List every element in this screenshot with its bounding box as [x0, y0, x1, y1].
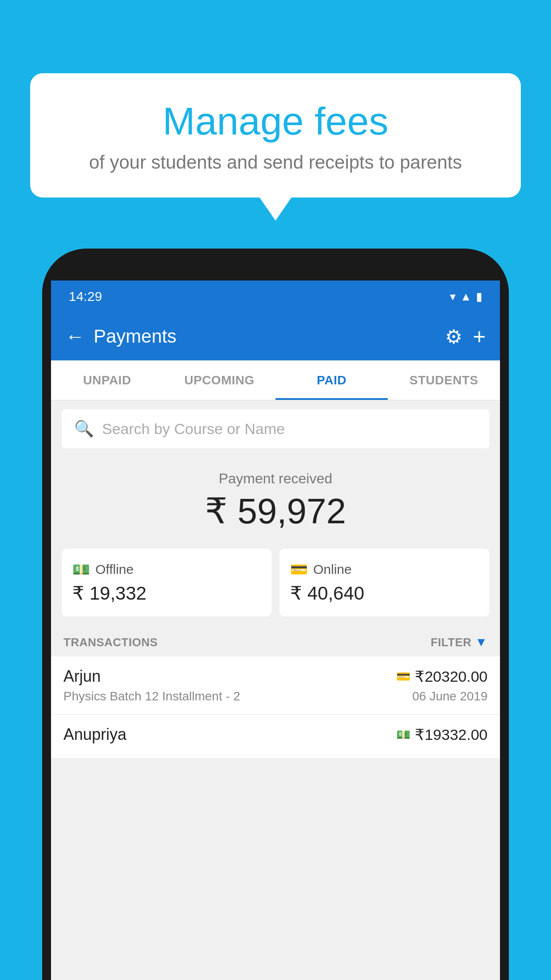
offline-icon: 💵	[72, 561, 90, 578]
transaction-top: Arjun 💳 ₹20320.00	[63, 667, 488, 686]
phone-mockup: 14:29 ▾ ▲ ▮ ← Payments ⚙ + UNPAID UPCOMI…	[42, 249, 509, 980]
filter-label: FILTER	[431, 636, 472, 649]
filter-button[interactable]: FILTER ▼	[431, 635, 488, 649]
transaction-date: 06 June 2019	[412, 689, 488, 703]
online-card-header: 💳 Online	[290, 561, 479, 578]
tab-unpaid[interactable]: UNPAID	[51, 360, 163, 400]
phone-notch	[240, 249, 311, 266]
online-card: 💳 Online ₹ 40,640	[279, 549, 489, 616]
settings-button[interactable]: ⚙	[445, 325, 462, 348]
offline-card-header: 💵 Offline	[72, 561, 261, 578]
signal-icon: ▲	[460, 290, 472, 304]
offline-amount: ₹ 19,332	[72, 582, 261, 604]
add-button[interactable]: +	[473, 324, 486, 349]
phone-screen: 14:29 ▾ ▲ ▮ ← Payments ⚙ + UNPAID UPCOMI…	[51, 281, 500, 980]
transactions-header: TRANSACTIONS FILTER ▼	[51, 624, 500, 656]
transaction-bottom: Physics Batch 12 Installment - 2 06 June…	[63, 689, 488, 703]
app-bar-title: Payments	[94, 326, 445, 347]
transaction-name: Arjun	[63, 667, 101, 686]
card-icon: 💳	[396, 670, 410, 684]
battery-icon: ▮	[476, 290, 482, 304]
status-icons: ▾ ▲ ▮	[450, 290, 482, 304]
payment-amount: ₹ 59,972	[60, 490, 491, 532]
filter-icon: ▼	[475, 635, 488, 649]
transactions-label: TRANSACTIONS	[63, 636, 158, 649]
transaction-amount-wrap: 💳 ₹20320.00	[396, 668, 488, 685]
main-subtitle: of your students and send receipts to pa…	[52, 152, 499, 173]
tab-students[interactable]: STUDENTS	[388, 360, 500, 400]
cash-icon: 💵	[396, 728, 410, 742]
transaction-course: Physics Batch 12 Installment - 2	[63, 689, 240, 703]
search-bar[interactable]: 🔍 Search by Course or Name	[62, 409, 489, 448]
offline-card: 💵 Offline ₹ 19,332	[62, 549, 272, 616]
transaction-row[interactable]: Arjun 💳 ₹20320.00 Physics Batch 12 Insta…	[51, 656, 500, 715]
online-amount: ₹ 40,640	[290, 582, 479, 604]
wifi-icon: ▾	[450, 290, 456, 304]
payment-section: Payment received ₹ 59,972	[51, 457, 500, 541]
offline-label: Offline	[95, 562, 134, 577]
payment-cards: 💵 Offline ₹ 19,332 💳 Online ₹ 40,640	[62, 549, 489, 616]
online-icon: 💳	[290, 561, 308, 578]
tab-upcoming[interactable]: UPCOMING	[163, 360, 276, 400]
status-time: 14:29	[69, 289, 102, 304]
payment-label: Payment received	[60, 470, 491, 487]
transaction-amount-wrap: 💵 ₹19332.00	[396, 726, 488, 743]
main-title: Manage fees	[52, 100, 499, 143]
search-icon: 🔍	[74, 419, 94, 438]
transaction-top: Anupriya 💵 ₹19332.00	[63, 725, 488, 744]
app-bar: ← Payments ⚙ +	[51, 312, 500, 360]
transaction-row[interactable]: Anupriya 💵 ₹19332.00	[51, 715, 500, 759]
transaction-amount: ₹20320.00	[415, 668, 488, 685]
transaction-name: Anupriya	[63, 725, 126, 744]
content-area: 🔍 Search by Course or Name Payment recei…	[51, 400, 500, 759]
transaction-amount: ₹19332.00	[415, 726, 488, 743]
tabs-bar: UNPAID UPCOMING PAID STUDENTS	[51, 360, 500, 400]
search-input[interactable]: Search by Course or Name	[102, 420, 285, 438]
online-label: Online	[313, 562, 352, 577]
speech-bubble: Manage fees of your students and send re…	[30, 73, 521, 198]
back-button[interactable]: ←	[65, 325, 85, 348]
status-bar: 14:29 ▾ ▲ ▮	[51, 281, 500, 312]
tab-paid[interactable]: PAID	[276, 360, 388, 400]
